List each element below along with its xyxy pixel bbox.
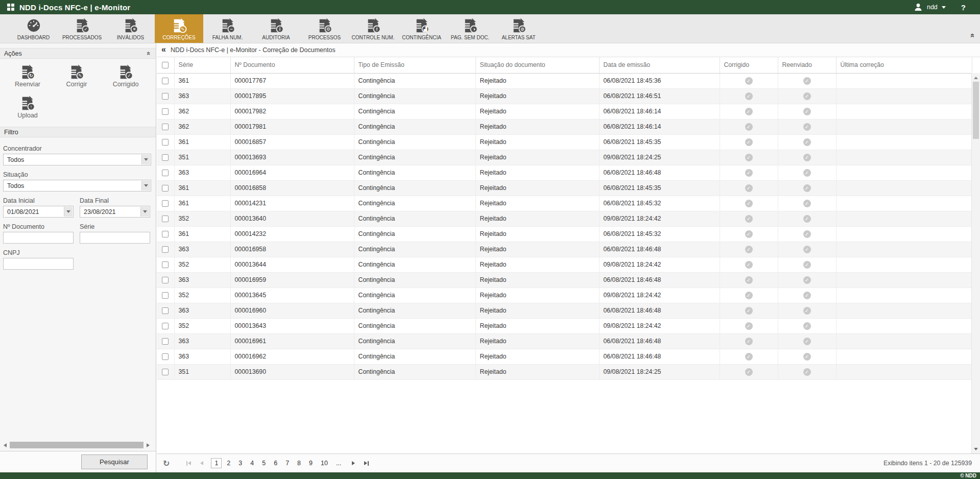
row-checkbox[interactable]: [162, 353, 169, 360]
page-button-9[interactable]: 9: [306, 459, 316, 468]
row-checkbox[interactable]: [162, 261, 169, 268]
action-reenviar[interactable]: ↻ Reenviar: [3, 64, 52, 88]
table-row[interactable]: 361000014232ContingênciaRejeitado06/08/2…: [157, 226, 972, 242]
search-button[interactable]: Pesquisar: [81, 454, 148, 469]
scroll-right-icon[interactable]: [145, 443, 151, 447]
column-header-corrigido[interactable]: Corrigido: [720, 57, 778, 73]
table-row[interactable]: 351000013693ContingênciaRejeitado09/08/2…: [157, 150, 972, 165]
column-header-situacao-do-documento[interactable]: Situação do documento: [475, 57, 599, 73]
table-row[interactable]: 363000016959ContingênciaRejeitado06/08/2…: [157, 272, 972, 288]
toolbar-item-alertas-sat[interactable]: ⊘ ALERTAS SAT: [494, 14, 543, 43]
prev-page-button[interactable]: [200, 461, 203, 465]
row-checkbox[interactable]: [162, 231, 169, 237]
scroll-down-icon[interactable]: [972, 445, 980, 452]
toolbar-collapse-icon[interactable]: «: [969, 33, 976, 37]
row-checkbox[interactable]: [162, 215, 169, 222]
actions-collapse-icon[interactable]: «: [145, 52, 153, 55]
action-corrigir[interactable]: ✎ Corrigir: [52, 64, 101, 88]
toolbar-item-pag-sem-doc[interactable]: ◑ PAG. SEM DOC.: [446, 14, 494, 43]
situacao-select[interactable]: Todos: [3, 180, 151, 191]
toolbar-item-correcoes[interactable]: ✎ CORREÇÕES: [155, 14, 203, 43]
table-row[interactable]: 352000013643ContingênciaRejeitado09/08/2…: [157, 318, 972, 333]
page-button-2[interactable]: 2: [224, 459, 233, 468]
calendar-dropdown-icon[interactable]: [64, 207, 73, 217]
last-page-button[interactable]: [364, 461, 369, 466]
select-all-checkbox[interactable]: [162, 62, 169, 68]
table-row[interactable]: 363000016961ContingênciaRejeitado06/08/2…: [157, 333, 972, 349]
row-checkbox[interactable]: [162, 108, 169, 115]
row-checkbox[interactable]: [162, 124, 169, 130]
help-button[interactable]: ?: [961, 3, 966, 12]
page-button-6[interactable]: 6: [271, 459, 280, 468]
table-row[interactable]: 361000016858ContingênciaRejeitado06/08/2…: [157, 180, 972, 196]
page-button-10[interactable]: 10: [318, 459, 331, 468]
table-row[interactable]: 352000013644ContingênciaRejeitado09/08/2…: [157, 257, 972, 272]
page-button-3[interactable]: 3: [235, 459, 245, 468]
toolbar-item-auditoria[interactable]: i AUDITORIA: [252, 14, 300, 43]
toolbar-item-falha-num[interactable]: − FALHA NUM.: [203, 14, 252, 43]
row-checkbox[interactable]: [162, 369, 169, 375]
action-corrigido[interactable]: ✓ Corrigido: [101, 64, 150, 88]
column-header-tipo-de-emissao[interactable]: Tipo de Emissão: [354, 57, 475, 73]
first-page-button[interactable]: [186, 461, 191, 466]
scrollbar-thumb[interactable]: [973, 82, 979, 139]
column-header-serie[interactable]: Série: [174, 57, 230, 73]
row-checkbox[interactable]: [162, 78, 169, 84]
column-header-ultima-correcao[interactable]: Última correção: [836, 57, 972, 73]
serie-input[interactable]: [80, 232, 150, 244]
table-row[interactable]: 361000017767ContingênciaRejeitado06/08/2…: [157, 73, 972, 88]
table-row[interactable]: 361000014231ContingênciaRejeitado06/08/2…: [157, 196, 972, 211]
apps-grid-icon[interactable]: [7, 4, 14, 11]
sidebar-horizontal-scrollbar[interactable]: [2, 441, 151, 449]
page-button-4[interactable]: 4: [247, 459, 257, 468]
table-row[interactable]: 351000013690ContingênciaRejeitado09/08/2…: [157, 364, 972, 379]
user-menu[interactable]: ndd: [927, 4, 938, 11]
row-checkbox[interactable]: [162, 307, 169, 314]
row-checkbox[interactable]: [162, 170, 169, 176]
row-checkbox[interactable]: [162, 200, 169, 207]
cnpj-input[interactable]: [3, 258, 74, 270]
table-row[interactable]: 363000016964ContingênciaRejeitado06/08/2…: [157, 165, 972, 180]
collapse-sidebar-icon[interactable]: «: [161, 45, 166, 54]
row-checkbox[interactable]: [162, 323, 169, 329]
page-button-5[interactable]: 5: [259, 459, 269, 468]
toolbar-item-invalidos[interactable]: × INVÁLIDOS: [106, 14, 155, 43]
table-row[interactable]: 362000017982ContingênciaRejeitado06/08/2…: [157, 104, 972, 119]
toolbar-item-processados[interactable]: ✓ PROCESSADOS: [58, 14, 106, 43]
scroll-up-icon[interactable]: [972, 74, 980, 81]
column-header-reenviado[interactable]: Reenviado: [778, 57, 836, 73]
page-button-7[interactable]: 7: [282, 459, 292, 468]
toolbar-item-dashboard[interactable]: DASHBOARD: [9, 14, 58, 43]
row-checkbox[interactable]: [162, 93, 169, 100]
table-row[interactable]: 362000017981ContingênciaRejeitado06/08/2…: [157, 119, 972, 134]
toolbar-item-processos[interactable]: ⚙ PROCESSOS: [300, 14, 349, 43]
page-button-1[interactable]: 1: [211, 458, 222, 468]
calendar-dropdown-icon[interactable]: [140, 207, 149, 217]
toolbar-item-contingencia[interactable]: ▟ CONTINGÊNCIA: [397, 14, 446, 43]
table-row[interactable]: 352000013640ContingênciaRejeitado09/08/2…: [157, 211, 972, 226]
table-row[interactable]: 363000017895ContingênciaRejeitado06/08/2…: [157, 88, 972, 104]
page-button-8[interactable]: 8: [294, 459, 304, 468]
row-checkbox[interactable]: [162, 139, 169, 146]
action-upload[interactable]: ↑ Upload: [3, 95, 52, 119]
toolbar-item-controle-num[interactable]: ! CONTROLE NUM.: [349, 14, 397, 43]
row-checkbox[interactable]: [162, 277, 169, 283]
user-caret-icon[interactable]: [942, 6, 946, 9]
dropdown-arrow-icon[interactable]: [141, 181, 150, 190]
next-page-button[interactable]: [352, 461, 355, 465]
table-row[interactable]: 352000013645ContingênciaRejeitado09/08/2…: [157, 288, 972, 303]
row-checkbox[interactable]: [162, 338, 169, 345]
table-row[interactable]: 363000016962ContingênciaRejeitado06/08/2…: [157, 349, 972, 364]
data-final-field[interactable]: 23/08/2021: [80, 206, 150, 218]
table-row[interactable]: 363000016960ContingênciaRejeitado06/08/2…: [157, 303, 972, 318]
row-checkbox[interactable]: [162, 154, 169, 161]
num-documento-input[interactable]: [3, 232, 74, 244]
table-row[interactable]: 361000016857ContingênciaRejeitado06/08/2…: [157, 134, 972, 150]
table-row[interactable]: 363000016958ContingênciaRejeitado06/08/2…: [157, 242, 972, 257]
row-checkbox[interactable]: [162, 246, 169, 253]
row-checkbox[interactable]: [162, 185, 169, 191]
page-button-[interactable]: ...: [333, 459, 344, 468]
dropdown-arrow-icon[interactable]: [141, 155, 150, 164]
data-inicial-field[interactable]: 01/08/2021: [3, 206, 74, 218]
scroll-left-icon[interactable]: [2, 443, 8, 447]
